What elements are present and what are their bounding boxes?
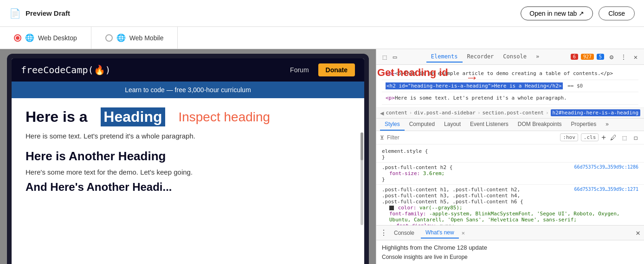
tab-styles[interactable]: Styles [380,119,405,131]
tab-more-styles[interactable]: » [601,119,613,131]
css-prop-color[interactable]: color: var(--gray85); [382,205,638,211]
bottom-tabs: ⋮ Console What's new ✕ ✕ [376,226,644,240]
top-bar-actions: Open in new tab ↗ Close [521,6,635,20]
css-source-h2[interactable]: 66d75375c39…359d9c:1286 [574,164,638,170]
css-prop-name-fontfamily: font-family: [389,211,426,217]
page-title: Preview Draft [26,9,70,17]
tab-console[interactable]: Console [498,51,531,63]
inspect-icon[interactable]: ⬚ [380,52,389,62]
device-icon[interactable]: ▭ [390,52,399,62]
device-bar: 🌐 Web Desktop 🌐 Web Mobile [0,27,644,49]
fcc-para1: Here is some text. Let's pretend it's a … [26,132,350,140]
tab-whats-new[interactable]: What's new [421,227,459,239]
fcc-logo: freeCodeCamp(🔥) [21,64,111,75]
css-close-element-style: } [382,154,638,160]
warn-badge: 927 [581,54,594,60]
inspect-style-icon[interactable]: ⬚ [620,133,629,142]
web-desktop-radio[interactable] [14,34,21,42]
fcc-donate-button[interactable]: Donate [318,63,355,76]
whats-new-close[interactable]: ✕ [462,230,465,236]
breadcrumb-h2[interactable]: h2#heading-here-is-a-heading [551,109,640,116]
breadcrumb-sep2: › [477,110,481,116]
css-rule-element-style: element.style { } [376,146,644,163]
breadcrumb-sep3: › [546,110,549,116]
web-mobile-radio[interactable] [105,34,113,42]
browser-content: freeCodeCamp(🔥) Forum Donate Learn to co… [12,58,364,264]
bottom-sub: Console insights are live in Europe [382,254,638,260]
css-rule-headings: .post-full-content h1, .post-full-conten… [376,185,644,225]
scrollbar-thumb[interactable] [361,132,363,160]
bottom-panel-close[interactable]: ✕ [636,228,640,237]
tab-dom-breakpoints[interactable]: DOM Breakpoints [513,119,567,131]
fcc-content: Here is a Heading Inspect heading Here i… [12,98,364,203]
bottom-three-dots[interactable]: ⋮ [380,228,387,237]
open-in-new-tab-button[interactable]: Open in new tab ↗ [521,6,593,20]
css-val-fontsize: 3.6rem; [423,170,444,176]
bottom-content: Highlights from the Chrome 128 update Co… [376,240,644,264]
top-bar-left: 📄 Preview Draft [9,8,70,19]
breadcrumb-left-arrow[interactable]: ◀ [380,109,384,117]
web-desktop-option[interactable]: 🌐 Web Desktop [0,27,91,49]
tab-layout[interactable]: Layout [439,119,465,131]
error-badge: 6 [571,54,578,60]
red-arrow-icon: → [465,70,478,85]
settings-icon[interactable]: ⚙ [607,52,616,62]
tab-more[interactable]: » [531,51,544,63]
style-tabs: Styles Computed Layout Event Listeners D… [376,119,644,131]
filter-pseudo-button[interactable]: :hov [560,133,578,141]
css-panel: element.style { } .post-full-content h2 … [376,145,644,225]
tab-console-bottom[interactable]: Console [389,228,419,238]
more-options-icon[interactable]: ⋮ [619,52,628,62]
css-val-color: var(--gray85); [419,205,463,211]
css-selector-h2[interactable]: .post-full-content h2 { [382,164,452,170]
css-rule-headings-header: .post-full-content h1, .post-full-conten… [382,187,638,205]
new-style-icon[interactable]: 🖊 [609,133,618,142]
fcc-nav: freeCodeCamp(🔥) Forum Donate [12,58,364,82]
css-rule-h2-header: .post-full-content h2 { 66d75375c39…359d… [382,164,638,170]
css-prop-name-color: color: [398,205,417,211]
css-selector-headings[interactable]: .post-full-content h1, .post-full-conten… [382,187,536,205]
color-swatch [389,206,394,210]
devtools-pane: ⬚ ▭ Elements Recorder Console » 6 927 5 … [376,49,644,264]
globe-icon-desktop: 🌐 [25,33,34,42]
fcc-heading2: Here is Another Heading [26,149,350,163]
filter-extra-icons: 🖊 ⬚ ◻ [609,133,640,142]
breadcrumb-section[interactable]: section.post-content [483,110,544,116]
tab-properties[interactable]: Properties [567,119,601,131]
fcc-heading1: Here is a Heading Inspect heading [26,107,350,126]
tab-event-listeners[interactable]: Event Listeners [465,119,513,131]
tab-recorder[interactable]: Recorder [463,51,499,63]
fcc-banner: Learn to code — free 3,000-hour curricul… [12,82,364,98]
css-prop-fontsize[interactable]: font-size: 3.6rem; [382,170,638,176]
preview-scrollbar[interactable] [361,132,363,225]
filter-icon: ⊻ [380,134,384,141]
web-mobile-option[interactable]: 🌐 Web Mobile [91,27,178,49]
heading1-prefix: Here is a [26,108,87,126]
fcc-forum-link[interactable]: Forum [290,66,309,74]
add-style-button[interactable]: + [601,133,606,142]
filter-input[interactable] [387,134,557,141]
tab-elements[interactable]: Elements [426,51,463,63]
breadcrumb-sep1: › [409,110,412,116]
close-button[interactable]: Close [599,6,635,20]
filter-cls-button[interactable]: .cls [581,133,599,141]
top-bar: 📄 Preview Draft Open in new tab ↗ Close [0,0,644,27]
fcc-para2: Here's some more text for the demo. Let'… [26,168,350,176]
devtools-header: ⬚ ▭ Elements Recorder Console » 6 927 5 … [376,49,644,65]
html-tag-p2: <p> [386,95,395,101]
devtools-tabs: Elements Recorder Console » [426,51,544,63]
fcc-banner-text: Learn to code — free 3,000-hour curricul… [125,86,251,94]
get-heading-annotation: Get heading id → [377,67,448,79]
css-prop-fontfamily[interactable]: font-family: -apple-system, BlinkMacSyst… [382,211,638,223]
html-equals: == $0 [567,83,583,89]
close-devtools-icon[interactable]: ✕ [631,52,640,62]
heading1-highlight: Heading [101,107,165,126]
web-mobile-label: Web Mobile [129,34,164,42]
fcc-heading3: And Here's Another Headi... [26,181,350,194]
css-source-headings[interactable]: 66d75375c39…359d9c:1271 [574,187,638,205]
css-selector-element-style: element.style { [382,148,638,154]
tab-computed[interactable]: Computed [405,119,439,131]
breadcrumb-div[interactable]: div.post-and-sidebar [414,110,475,116]
breadcrumb-content[interactable]: content [386,110,407,116]
toggle-style-icon[interactable]: ◻ [631,133,640,142]
